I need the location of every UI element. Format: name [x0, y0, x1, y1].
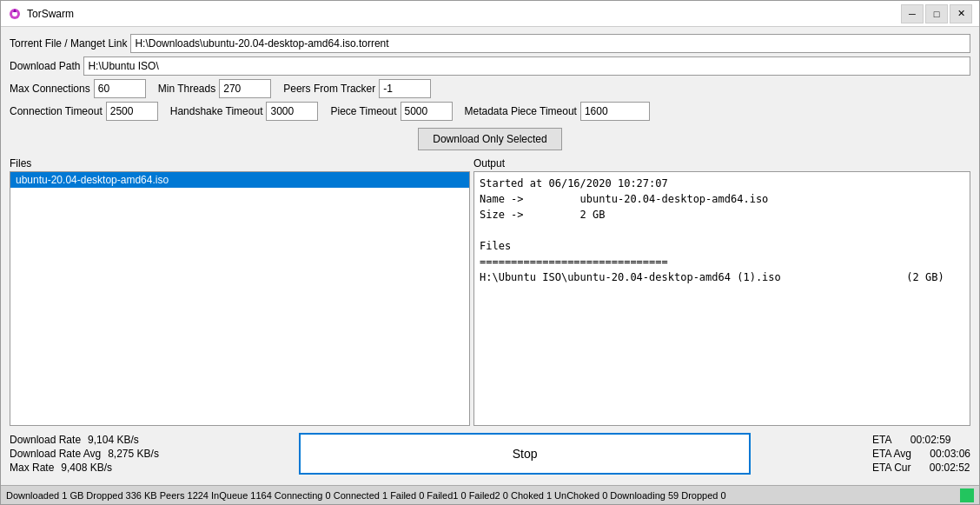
peers-from-tracker-input[interactable] [379, 79, 431, 98]
download-only-selected-button[interactable]: Download Only Selected [418, 128, 561, 150]
download-path-row: Download Path [10, 56, 970, 76]
download-button-row: Download Only Selected [10, 128, 970, 150]
eta-cur-row: ETA Cur 00:02:52 [872, 462, 970, 474]
stop-button-container: Stop [195, 433, 855, 475]
output-panel: Output Started at 06/16/2020 10:27:07 Na… [473, 157, 970, 426]
download-stats: Download Rate 9,104 KB/s Download Rate A… [10, 434, 177, 474]
piece-timeout-input[interactable] [401, 102, 453, 121]
maximize-button[interactable]: □ [925, 4, 948, 23]
min-threads-input[interactable] [219, 79, 271, 98]
minimize-button[interactable]: ─ [901, 4, 924, 23]
connection-indicator [960, 488, 974, 502]
download-rate-row: Download Rate 9,104 KB/s [10, 434, 177, 446]
title-bar-left: TorSwarm [8, 7, 74, 21]
eta-avg-label: ETA Avg [872, 448, 911, 460]
download-rate-avg-label: Download Rate Avg [10, 448, 101, 460]
title-bar: TorSwarm ─ □ ✕ [1, 1, 979, 27]
output-text: Started at 06/16/2020 10:27:07 Name -> u… [473, 171, 970, 426]
download-rate-label: Download Rate [10, 434, 81, 446]
eta-value: 00:02:59 [899, 434, 951, 446]
download-rate-value: 9,104 KB/s [88, 434, 157, 446]
torrent-input[interactable] [130, 34, 970, 53]
eta-avg-value: 00:03:06 [918, 448, 970, 460]
connection-timeout-input[interactable] [106, 102, 158, 121]
title-bar-buttons: ─ □ ✕ [901, 4, 972, 23]
eta-label: ETA [872, 434, 891, 446]
torrent-row: Torrent File / Manget Link [10, 34, 970, 53]
eta-avg-row: ETA Avg 00:03:06 [872, 448, 970, 460]
handshake-timeout-label: Handshake Timeout [170, 105, 263, 117]
handshake-timeout-input[interactable] [266, 102, 318, 121]
main-window: TorSwarm ─ □ ✕ Torrent File / Manget Lin… [0, 0, 980, 505]
download-path-label: Download Path [10, 60, 80, 72]
min-threads-label: Min Threads [158, 83, 215, 95]
max-rate-label: Max Rate [10, 462, 54, 474]
download-rate-avg-row: Download Rate Avg 8,275 KB/s [10, 448, 177, 460]
main-panels: Files ubuntu-20.04-desktop-amd64.iso Out… [10, 157, 970, 426]
download-path-input[interactable] [83, 56, 970, 76]
bottom-stats: Download Rate 9,104 KB/s Download Rate A… [10, 429, 970, 478]
piece-timeout-label: Piece Timeout [330, 105, 396, 117]
max-connections-label: Max Connections [10, 83, 90, 95]
connection-timeout-label: Connection Timeout [10, 105, 103, 117]
app-icon [8, 7, 22, 21]
window-title: TorSwarm [27, 8, 74, 20]
max-connections-input[interactable] [94, 79, 146, 98]
metadata-piece-timeout-input[interactable] [580, 102, 650, 121]
close-button[interactable]: ✕ [950, 4, 972, 23]
main-content: Torrent File / Manget Link Download Path… [1, 27, 979, 485]
list-item[interactable]: ubuntu-20.04-desktop-amd64.iso [10, 172, 469, 188]
torrent-label: Torrent File / Manget Link [10, 37, 127, 50]
output-label: Output [473, 157, 970, 169]
files-panel: Files ubuntu-20.04-desktop-amd64.iso [10, 157, 470, 426]
eta-cur-value: 00:02:52 [918, 462, 970, 474]
timeout-row: Connection Timeout Handshake Timeout Pie… [10, 102, 970, 121]
max-rate-value: 9,408 KB/s [61, 462, 130, 474]
metadata-piece-timeout-label: Metadata Piece Timeout [465, 105, 577, 117]
status-text: Downloaded 1 GB Dropped 336 KB Peers 122… [6, 490, 957, 501]
status-bar: Downloaded 1 GB Dropped 336 KB Peers 122… [1, 485, 979, 504]
eta-cur-label: ETA Cur [872, 462, 910, 474]
files-label: Files [10, 157, 470, 169]
max-rate-row: Max Rate 9,408 KB/s [10, 462, 177, 474]
eta-row: ETA 00:02:59 [872, 434, 970, 446]
eta-stats: ETA 00:02:59 ETA Avg 00:03:06 ETA Cur 00… [872, 434, 970, 474]
connections-row: Max Connections Min Threads Peers From T… [10, 79, 970, 98]
stop-button[interactable]: Stop [299, 433, 751, 475]
files-list[interactable]: ubuntu-20.04-desktop-amd64.iso [10, 171, 470, 426]
peers-from-tracker-label: Peers From Tracker [283, 83, 375, 95]
download-rate-avg-value: 8,275 KB/s [108, 448, 177, 460]
